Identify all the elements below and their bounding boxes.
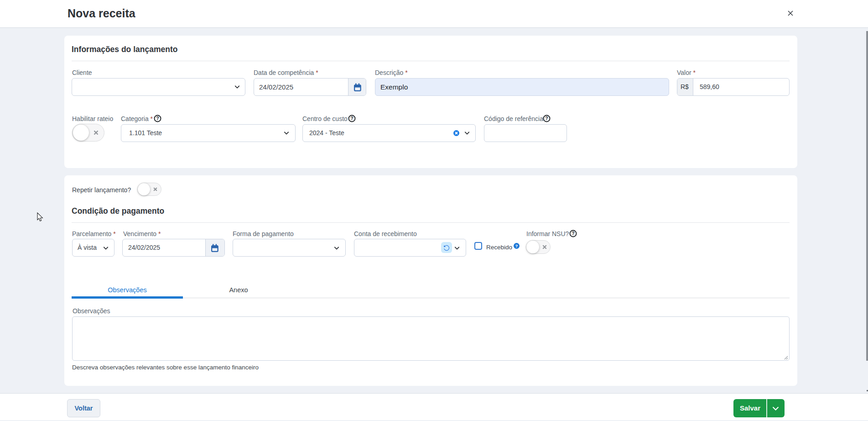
svg-text:?: ? xyxy=(545,116,548,121)
svg-text:?: ? xyxy=(156,116,159,121)
svg-text:?: ? xyxy=(515,243,518,248)
svg-text:?: ? xyxy=(572,231,574,236)
svg-text:?: ? xyxy=(350,116,353,121)
